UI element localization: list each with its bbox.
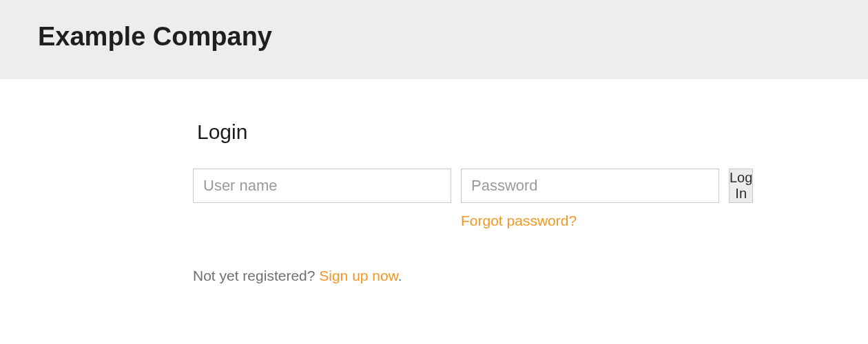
forgot-password-link[interactable]: Forgot password? — [461, 213, 719, 229]
login-section: Login Forgot password? Log In Not yet re… — [0, 79, 634, 284]
password-input[interactable] — [461, 169, 719, 203]
username-field-group — [193, 169, 451, 203]
company-name: Example Company — [38, 22, 830, 52]
login-title: Login — [197, 120, 634, 144]
login-button[interactable]: Log In — [729, 169, 753, 203]
signup-prompt-row: Not yet registered? Sign up now. — [193, 268, 634, 284]
username-input[interactable] — [193, 169, 451, 203]
page-header: Example Company — [0, 0, 868, 79]
signup-prompt-text: Not yet registered? — [193, 268, 319, 283]
signup-period: . — [398, 268, 402, 283]
login-form-row: Forgot password? Log In — [193, 169, 634, 229]
password-field-group: Forgot password? — [461, 169, 719, 229]
signup-link[interactable]: Sign up now — [319, 268, 397, 283]
